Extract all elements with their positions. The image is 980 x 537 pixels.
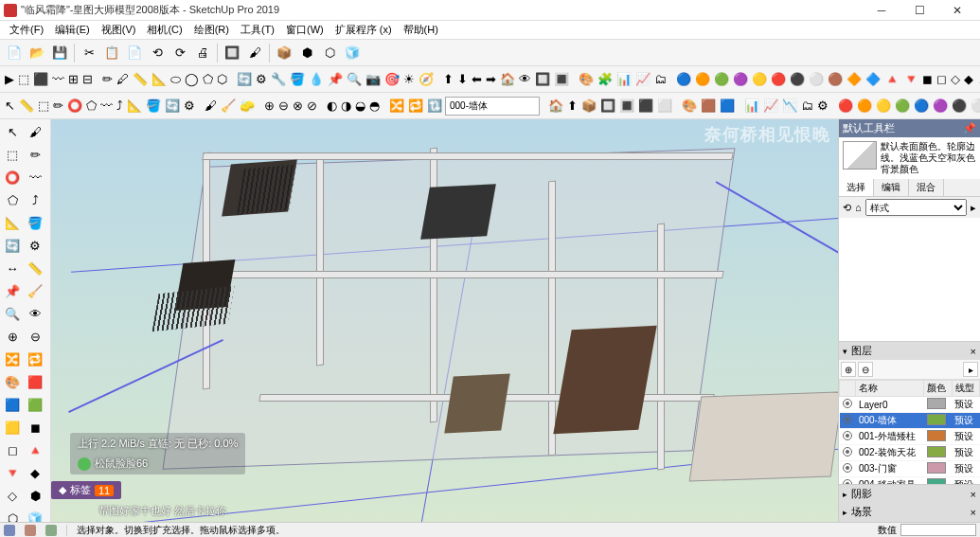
collapsed-panel-场景[interactable]: ▸场景× xyxy=(839,503,980,521)
toolbar-icon[interactable]: 🧽 xyxy=(239,96,256,116)
toolbar-icon[interactable]: 🖌 xyxy=(244,43,265,63)
toolbar-icon[interactable]: ⊘ xyxy=(306,96,318,116)
left-tool-icon[interactable]: ⤴ xyxy=(25,189,45,210)
toolbar-icon[interactable]: 🪣 xyxy=(145,96,162,116)
panel-close-icon[interactable]: × xyxy=(971,489,976,500)
toolbar-icon[interactable]: 🔲 xyxy=(599,96,616,116)
toolbar-icon[interactable]: 🟢 xyxy=(894,96,911,116)
menu-编辑(E)[interactable]: 编辑(E) xyxy=(49,23,96,37)
layer-menu-icon[interactable]: ▸ xyxy=(963,362,978,377)
left-tool-icon[interactable]: 🔁 xyxy=(25,349,45,369)
toolbar-icon[interactable]: ⊖ xyxy=(277,96,290,116)
toolbar-icon[interactable]: 📄 xyxy=(4,43,25,63)
left-tool-icon[interactable]: 🟥 xyxy=(25,371,45,392)
toolbar-icon[interactable]: 📊 xyxy=(743,96,760,116)
layer-row[interactable]: 001-外墙矮柱预设 xyxy=(840,429,980,445)
toolbar-icon[interactable]: ⚪ xyxy=(808,69,825,90)
layer-col[interactable]: 线型 xyxy=(952,381,979,397)
visibility-icon[interactable] xyxy=(843,399,852,408)
tray-title[interactable]: 默认工具栏 📌 xyxy=(839,119,980,137)
left-tool-icon[interactable]: 📌 xyxy=(2,280,23,301)
toolbar-icon[interactable]: ⟳ xyxy=(169,43,190,63)
left-tool-icon[interactable]: 🧊 xyxy=(25,508,45,522)
toolbar-icon[interactable]: 🖊 xyxy=(116,69,130,90)
menu-扩展程序 (x)[interactable]: 扩展程序 (x) xyxy=(330,23,398,37)
menu-帮助(H)[interactable]: 帮助(H) xyxy=(398,23,444,37)
toolbar-icon[interactable]: 🗂 xyxy=(653,69,668,90)
menu-绘图(R)[interactable]: 绘图(R) xyxy=(188,23,235,37)
toolbar-icon[interactable]: 〰 xyxy=(51,69,65,90)
left-tool-icon[interactable]: ◆ xyxy=(25,462,45,483)
viewport-3d[interactable]: 奈何桥相见恨晚 xyxy=(51,119,838,522)
toolbar-icon[interactable]: ◑ xyxy=(340,96,352,116)
toolbar-icon[interactable]: ⚪ xyxy=(970,96,980,116)
left-tool-icon[interactable]: ↖ xyxy=(2,121,23,142)
menu-文件(F)[interactable]: 文件(F) xyxy=(4,23,49,37)
visibility-icon[interactable] xyxy=(843,463,852,473)
toolbar-icon[interactable]: 📏 xyxy=(132,69,149,90)
back-icon[interactable]: ⟲ xyxy=(843,202,851,214)
toolbar-icon[interactable]: ⊗ xyxy=(292,96,304,116)
toolbar-icon[interactable]: 🔧 xyxy=(270,69,287,90)
left-tool-icon[interactable]: ⊕ xyxy=(2,326,23,347)
add-layer-icon[interactable]: ⊕ xyxy=(841,362,856,377)
toolbar-icon[interactable]: ⚫ xyxy=(951,96,968,116)
toolbar-icon[interactable]: 💾 xyxy=(49,43,70,63)
toolbar-icon[interactable]: 📄 xyxy=(124,43,145,63)
toolbar-icon[interactable]: 🟫 xyxy=(700,96,717,116)
status-icon-3[interactable] xyxy=(45,525,57,536)
close-button[interactable]: ✕ xyxy=(938,0,976,21)
tab-混合[interactable]: 混合 xyxy=(909,179,944,196)
layer-color-swatch[interactable] xyxy=(927,414,946,425)
left-tool-icon[interactable]: ⊖ xyxy=(25,326,45,347)
toolbar-icon[interactable]: 🟦 xyxy=(719,96,736,116)
layers-table[interactable]: 名称颜色线型 Layer0预设000-墙体预设001-外墙矮柱预设002-装饰天… xyxy=(839,380,980,484)
toolbar-icon[interactable]: ⬭ xyxy=(169,69,182,90)
panel-close-icon[interactable]: × xyxy=(971,346,976,357)
toolbar-icon[interactable]: 🟠 xyxy=(856,96,873,116)
toolbar-icon[interactable]: ◼ xyxy=(921,69,934,90)
toolbar-icon[interactable]: 📂 xyxy=(27,43,47,63)
toolbar-icon[interactable]: ⚙ xyxy=(183,96,196,116)
toolbar-icon[interactable]: ↖ xyxy=(4,96,16,116)
home-icon[interactable]: ⌂ xyxy=(855,202,862,213)
toolbar-icon[interactable]: ⊞ xyxy=(67,69,80,90)
toolbar-icon[interactable]: 🔷 xyxy=(864,69,882,90)
toolbar-icon[interactable]: 👁 xyxy=(518,69,532,90)
left-tool-icon[interactable]: ⚙ xyxy=(25,235,45,256)
layer-dropdown[interactable]: 000-墙体 xyxy=(445,97,540,116)
left-tool-icon[interactable]: 🔀 xyxy=(2,349,23,369)
toolbar-icon[interactable]: 📦 xyxy=(580,96,597,116)
toolbar-icon[interactable]: 🔵 xyxy=(913,96,930,116)
left-tool-icon[interactable]: 🔍 xyxy=(2,303,23,324)
toolbar-icon[interactable]: 📐 xyxy=(126,96,143,116)
toolbar-icon[interactable]: 🟠 xyxy=(694,69,711,90)
toolbar-icon[interactable]: 📦 xyxy=(274,43,294,63)
toolbar-icon[interactable]: ◆ xyxy=(963,69,974,90)
menu-相机(C)[interactable]: 相机(C) xyxy=(141,23,187,37)
toolbar-icon[interactable]: 📐 xyxy=(151,69,168,90)
left-tool-icon[interactable]: 🟩 xyxy=(25,394,45,415)
toolbar-icon[interactable]: 🔶 xyxy=(846,69,863,90)
toolbar-icon[interactable]: 🏠 xyxy=(547,96,564,116)
toolbar-icon[interactable]: ◻ xyxy=(935,69,948,90)
collapsed-panel-阴影[interactable]: ▸阴影× xyxy=(839,485,980,503)
toolbar-icon[interactable]: 🔺 xyxy=(883,69,900,90)
visibility-icon[interactable] xyxy=(843,415,852,424)
toolbar-icon[interactable]: 🖨 xyxy=(192,43,213,63)
left-tool-icon[interactable]: ⬡ xyxy=(2,508,23,522)
toolbar-icon[interactable]: ◒ xyxy=(354,96,366,116)
toolbar-icon[interactable]: 🔳 xyxy=(618,96,635,116)
toolbar-icon[interactable]: 🧭 xyxy=(418,69,435,90)
tray-pin-icon[interactable]: 📌 xyxy=(963,122,976,134)
toolbar-icon[interactable]: 🏠 xyxy=(499,69,516,90)
toolbar-icon[interactable]: 🟣 xyxy=(932,96,949,116)
style-thumbnail[interactable] xyxy=(843,141,877,170)
left-tool-icon[interactable]: 🔻 xyxy=(2,462,23,483)
left-tool-icon[interactable]: 🟦 xyxy=(2,394,23,415)
toolbar-icon[interactable]: ⬜ xyxy=(656,96,673,116)
layer-row[interactable]: Layer0预设 xyxy=(840,397,980,413)
toolbar-icon[interactable]: ⬠ xyxy=(202,69,214,90)
minimize-button[interactable]: ─ xyxy=(863,0,900,21)
toolbar-icon[interactable]: 📏 xyxy=(18,96,35,116)
